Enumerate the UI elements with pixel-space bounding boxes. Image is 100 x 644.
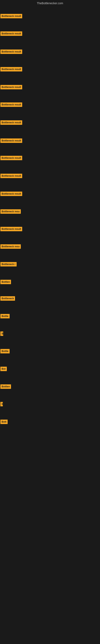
- bottleneck-badge-17: Bottleneck: [0, 296, 15, 301]
- result-row-3: Bottleneck result: [0, 50, 22, 55]
- result-row-20: Bottle: [0, 349, 10, 354]
- bottleneck-badge-21: Bot: [0, 367, 7, 371]
- bottleneck-badge-15: Bottleneck r: [0, 262, 17, 266]
- result-row-24: Bott: [0, 420, 8, 425]
- result-row-13: Bottleneck result: [0, 227, 22, 232]
- result-row-2: Bottleneck result: [0, 32, 22, 37]
- result-row-22: Bottlen: [0, 384, 11, 390]
- bottleneck-badge-4: Bottleneck result: [0, 67, 22, 72]
- result-row-19: B: [0, 332, 3, 337]
- bottleneck-badge-24: Bott: [0, 420, 8, 424]
- result-row-23: B: [0, 402, 3, 407]
- bottleneck-badge-19: B: [0, 332, 3, 336]
- result-row-7: Bottleneck result: [0, 120, 22, 126]
- result-row-1: Bottleneck result: [0, 14, 22, 19]
- result-row-11: Bottleneck result: [0, 192, 22, 197]
- bottleneck-badge-22: Bottlen: [0, 384, 11, 389]
- result-row-12: Bottleneck resu: [0, 209, 21, 214]
- result-row-10: Bottleneck result: [0, 174, 22, 179]
- bottleneck-badge-13: Bottleneck result: [0, 227, 22, 231]
- bottleneck-badge-3: Bottleneck result: [0, 50, 22, 54]
- bottleneck-badge-2: Bottleneck result: [0, 32, 22, 36]
- result-row-17: Bottleneck: [0, 296, 15, 302]
- bottleneck-badge-5: Bottleneck result: [0, 85, 22, 89]
- site-title: TheBottlenecker.com: [0, 0, 100, 6]
- result-row-21: Bot: [0, 367, 7, 372]
- bottleneck-badge-9: Bottleneck result: [0, 156, 22, 160]
- result-row-15: Bottleneck r: [0, 262, 17, 267]
- result-row-8: Bottleneck result: [0, 138, 22, 144]
- bottleneck-badge-12: Bottleneck resu: [0, 209, 21, 214]
- bottleneck-badge-23: B: [0, 402, 3, 406]
- result-row-14: Bottleneck resu: [0, 244, 21, 250]
- result-row-4: Bottleneck result: [0, 67, 22, 72]
- bottleneck-badge-10: Bottleneck result: [0, 174, 22, 178]
- bottleneck-badge-6: Bottleneck result: [0, 102, 22, 107]
- result-row-16: Bottlen: [0, 280, 11, 285]
- result-row-5: Bottleneck result: [0, 85, 22, 90]
- bottleneck-badge-16: Bottlen: [0, 280, 11, 284]
- result-row-18: Bottle: [0, 314, 10, 319]
- bottleneck-badge-18: Bottle: [0, 314, 10, 318]
- bottleneck-badge-1: Bottleneck result: [0, 14, 22, 18]
- bottleneck-badge-20: Bottle: [0, 349, 10, 354]
- bottleneck-badge-11: Bottleneck result: [0, 192, 22, 196]
- bottleneck-badge-7: Bottleneck result: [0, 120, 22, 125]
- result-row-6: Bottleneck result: [0, 102, 22, 108]
- bottleneck-badge-14: Bottleneck resu: [0, 244, 21, 249]
- result-row-9: Bottleneck result: [0, 156, 22, 161]
- bottleneck-badge-8: Bottleneck result: [0, 138, 22, 143]
